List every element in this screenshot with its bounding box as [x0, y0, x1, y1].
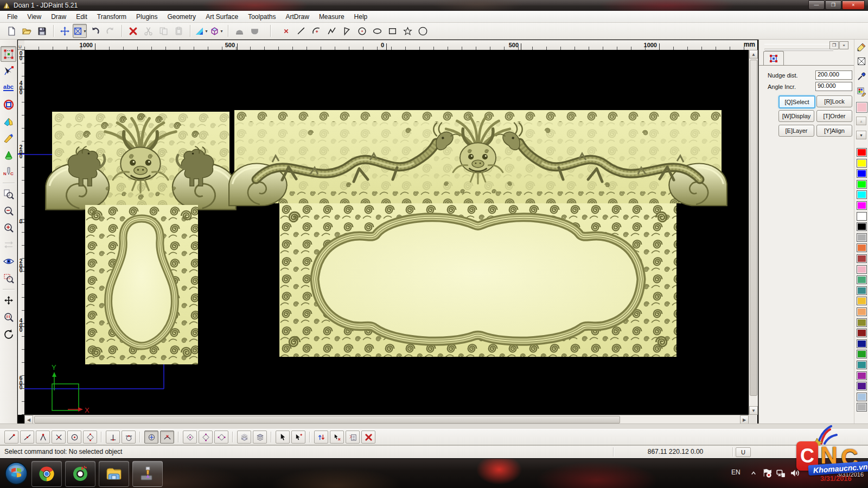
nudge-cross-icon[interactable] [58, 24, 72, 38]
color-swatch[interactable] [857, 265, 867, 274]
menu-toolpaths[interactable]: Toolpaths [243, 11, 280, 22]
menu-edit[interactable]: Edit [71, 11, 92, 22]
color-swatch[interactable] [857, 339, 867, 348]
menu-plugins[interactable]: Plugins [131, 11, 162, 22]
undo-icon[interactable] [88, 24, 102, 38]
panel-button-elayer[interactable]: [E]Layer [778, 125, 814, 137]
cut-icon[interactable] [141, 24, 155, 38]
color-swatch[interactable] [857, 180, 867, 189]
draw-circle2-icon[interactable] [416, 24, 430, 38]
scroll-up-icon[interactable]: ▲ [749, 50, 758, 59]
scroll-down-icon[interactable]: ▼ [749, 406, 758, 415]
relief-panel-bottom-right[interactable] [279, 203, 676, 357]
palette-scroll-down-icon[interactable]: ▼ [856, 131, 866, 139]
draw-star-icon[interactable] [400, 24, 414, 38]
panel-restore-icon[interactable]: ❐ [829, 41, 839, 49]
new-file-icon[interactable] [4, 24, 18, 38]
relief-panel-bottom-left[interactable] [85, 205, 198, 364]
pick-move-icon[interactable] [314, 431, 328, 444]
color-swatch[interactable] [857, 403, 867, 412]
start-orb[interactable] [4, 461, 28, 485]
color-swatch[interactable] [857, 254, 867, 263]
color-swatch[interactable] [857, 371, 867, 380]
material-color-icon[interactable]: ▾ [194, 24, 208, 38]
redraw-icon[interactable] [1, 326, 16, 342]
taskbar-app-chrome[interactable] [31, 461, 62, 487]
snap-quadrant-icon[interactable] [83, 431, 97, 444]
draw-rectangle-icon[interactable] [385, 24, 399, 38]
color-swatch[interactable] [857, 159, 867, 168]
tab-select-properties[interactable] [763, 51, 784, 66]
tray-expand-icon[interactable] [750, 471, 757, 476]
snap-nearest-icon[interactable] [160, 431, 174, 444]
snap-midpoint-icon[interactable] [20, 431, 34, 444]
snap-center-icon[interactable] [67, 431, 81, 444]
draw-polygon-icon[interactable] [340, 24, 354, 38]
color-swatch[interactable] [857, 190, 867, 199]
volume-icon[interactable] [790, 468, 800, 478]
relief-panel-top-right[interactable] [229, 110, 727, 206]
color-swatch[interactable] [857, 307, 867, 316]
zoom-object-icon[interactable] [1, 186, 16, 202]
no-fill-icon[interactable] [856, 56, 867, 67]
color-swatch[interactable] [857, 318, 867, 327]
color-swatch[interactable] [857, 361, 867, 369]
draw-ellipse-icon[interactable] [370, 24, 384, 38]
eyedropper-icon[interactable] [856, 71, 867, 82]
scrollbar-horizontal[interactable]: ◀ ▶ [24, 415, 749, 424]
panel-button-yalign[interactable]: [Y]Align [816, 125, 852, 137]
draw-polyline-icon[interactable] [324, 24, 339, 38]
scrollbar-v-thumb[interactable] [750, 60, 757, 396]
scroll-left-icon[interactable]: ◀ [24, 415, 33, 424]
taskbar-clock[interactable]: 58 AM 3/31/2016 [837, 463, 864, 478]
pan-view-icon[interactable] [1, 236, 16, 252]
color-swatch[interactable] [857, 233, 867, 242]
unit-toggle-button[interactable]: U [736, 447, 751, 457]
menu-help[interactable]: Help [349, 11, 373, 22]
text-tool-icon[interactable]: abc [1, 80, 16, 95]
color-swatch[interactable] [857, 382, 867, 390]
pick-node-icon[interactable] [330, 431, 344, 444]
current-color-swatch[interactable] [856, 102, 867, 113]
color-swatch[interactable] [857, 393, 867, 401]
color-swatch[interactable] [857, 350, 867, 358]
panel-grip[interactable] [764, 44, 834, 49]
move-view-icon[interactable] [1, 292, 16, 308]
array-copy2-icon[interactable] [199, 431, 213, 444]
panel-button-rlock[interactable]: [R]Lock [816, 95, 852, 107]
color-swatch[interactable] [857, 297, 867, 305]
color-swatch[interactable] [857, 286, 867, 295]
color-swatch[interactable] [857, 243, 867, 252]
pen-color-icon[interactable] [856, 42, 867, 53]
open-file-icon[interactable] [20, 24, 34, 38]
cancel-command-icon[interactable] [361, 431, 375, 444]
snap-intersection-icon[interactable] [52, 431, 66, 444]
menu-artdraw[interactable]: ArtDraw [281, 11, 314, 22]
zoom-in-icon[interactable] [1, 220, 16, 235]
select-tool-icon[interactable] [1, 46, 16, 62]
zoom-window-icon[interactable] [1, 270, 16, 286]
snap-grid-icon[interactable] [144, 431, 158, 444]
action-center-flag-icon[interactable] [762, 468, 772, 478]
relief-dome-down-icon[interactable] [247, 24, 261, 38]
drawing-canvas[interactable]: Y X [24, 50, 749, 415]
color-swatch[interactable] [857, 201, 867, 210]
menu-transform[interactable]: Transform [92, 11, 131, 22]
color-swatch[interactable] [857, 212, 867, 221]
scrollbar-h-thumb[interactable] [34, 416, 620, 423]
fill-tool-icon[interactable] [1, 113, 16, 129]
relief-panel-top-left[interactable] [46, 112, 235, 210]
nudge-dist-field[interactable]: 200.000 [815, 70, 852, 80]
panel-button-torder[interactable]: [T]Order [816, 110, 852, 122]
network-icon[interactable] [776, 468, 786, 478]
scroll-right-icon[interactable]: ▶ [740, 415, 749, 424]
panel-button-qselect[interactable]: [Q]Select [778, 95, 815, 108]
draw-arc-icon[interactable] [309, 24, 323, 38]
panel-button-wdisplay[interactable]: [W]Display [778, 110, 814, 122]
menu-geometry[interactable]: Geometry [162, 11, 201, 22]
pick-list-icon[interactable] [346, 431, 360, 444]
save-icon[interactable] [35, 24, 49, 38]
taskbar-app-coccoc[interactable] [65, 461, 95, 487]
redo-icon[interactable] [103, 24, 117, 38]
color-swatch[interactable] [857, 275, 867, 284]
